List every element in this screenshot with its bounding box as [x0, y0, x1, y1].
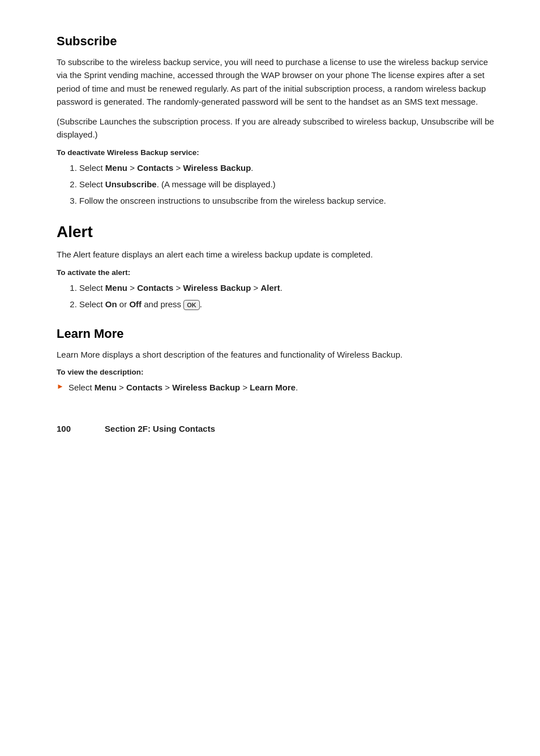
alert-steps: Select Menu > Contacts > Wireless Backup… — [79, 281, 495, 311]
subscribe-heading: Subscribe — [57, 34, 495, 49]
arrow-icon: ► — [57, 382, 64, 390]
subscribe-steps: Select Menu > Contacts > Wireless Backup… — [79, 161, 495, 208]
learn-more-heading: Learn More — [57, 327, 495, 341]
subscribe-para-1: To subscribe to the wireless backup serv… — [57, 55, 495, 108]
step-1: Select Menu > Contacts > Wireless Backup… — [79, 161, 495, 174]
learn-more-para-1: Learn More displays a short description … — [57, 348, 495, 361]
learn-more-section: Learn More Learn More displays a short d… — [57, 327, 495, 394]
learn-more-step: Select Menu > Contacts > Wireless Backup… — [68, 381, 298, 394]
view-description-label: To view the description: — [57, 368, 495, 376]
subscribe-section: Subscribe To subscribe to the wireless b… — [57, 34, 495, 207]
footer-section-label: Section 2F: Using Contacts — [105, 424, 215, 433]
page-footer: 100 Section 2F: Using Contacts — [57, 417, 495, 433]
alert-para-1: The Alert feature displays an alert each… — [57, 248, 495, 261]
subscribe-para-2: (Subscribe Launches the subscription pro… — [57, 115, 495, 141]
page-content: Subscribe To subscribe to the wireless b… — [0, 0, 540, 467]
step-2: Select Unsubscribe. (A message will be d… — [79, 178, 495, 191]
alert-heading: Alert — [57, 223, 495, 241]
learn-more-bullet: ► Select Menu > Contacts > Wireless Back… — [57, 381, 495, 394]
alert-step-2: Select On or Off and press OK. — [79, 298, 495, 311]
deactivate-label: To deactivate Wireless Backup service: — [57, 148, 495, 157]
ok-button-icon: OK — [183, 300, 200, 310]
step-3: Follow the onscreen instructions to unsu… — [79, 194, 495, 207]
alert-section: Alert The Alert feature displays an aler… — [57, 223, 495, 311]
alert-step-1: Select Menu > Contacts > Wireless Backup… — [79, 281, 495, 294]
page-number: 100 — [57, 424, 71, 433]
activate-alert-label: To activate the alert: — [57, 268, 495, 277]
